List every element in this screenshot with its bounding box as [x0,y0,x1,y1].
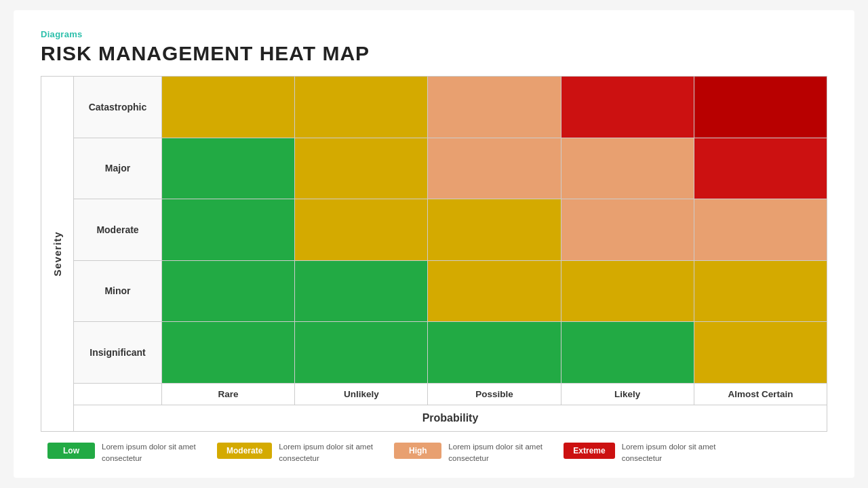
page-title: RISK MANAGEMENT HEAT MAP [41,42,827,65]
prob-label-possible: Possible [428,384,561,405]
legend-text-extreme: Lorem ipsum dolor sit amet consectetur [622,441,717,465]
probability-axis-label: Probability [74,405,827,431]
prob-label-almost-certain: Almost Certain [694,384,827,405]
cell-mod-possible [428,199,561,260]
cell-maj-rare [162,138,295,199]
cell-cat-likely [561,77,694,138]
cell-mod-likely [561,199,694,260]
prob-label-likely: Likely [561,384,694,405]
cell-maj-likely [561,138,694,199]
row-label-moderate: Moderate [74,199,162,260]
prob-label-row: Rare Unlikely Possible Likely Almost Cer… [74,383,827,405]
cell-cat-unlikely [295,77,428,138]
cell-maj-almost-certain [694,138,827,199]
prob-label-unlikely: Unlikely [295,384,428,405]
legend: Low Lorem ipsum dolor sit amet consectet… [41,441,827,465]
legend-text-low: Lorem ipsum dolor sit amet consectetur [102,441,197,465]
cell-cat-almost-certain [694,77,827,138]
row-label-major: Major [74,138,162,199]
legend-badge-low: Low [47,443,95,459]
row-cells-insignificant [162,322,827,383]
cell-ins-rare [162,322,295,383]
cell-mod-almost-certain [694,199,827,260]
cell-maj-possible [428,138,561,199]
prob-labels: Rare Unlikely Possible Likely Almost Cer… [162,384,827,405]
cell-mod-unlikely [295,199,428,260]
section-label: Diagrams [41,29,827,39]
table-row: Major [74,138,827,200]
cell-min-unlikely [295,261,428,322]
cell-cat-rare [162,77,295,138]
grid-area: Catastrophic Major [74,77,827,383]
cell-min-almost-certain [694,261,827,322]
cell-maj-unlikely [295,138,428,199]
legend-badge-high: High [394,443,441,459]
prob-label-spacer [74,384,162,405]
slide: Diagrams RISK MANAGEMENT HEAT MAP Severi… [14,10,854,478]
cell-min-rare [162,261,295,322]
prob-label-rare: Rare [162,384,295,405]
cell-ins-unlikely [295,322,428,383]
severity-label-col: Severity [41,77,74,431]
legend-text-moderate: Lorem ipsum dolor sit amet consectetur [279,441,374,465]
legend-badge-moderate: Moderate [217,443,272,459]
row-label-catastrophic: Catastrophic [74,77,162,138]
legend-item-high: High Lorem ipsum dolor sit amet consecte… [394,441,543,465]
cell-ins-likely [561,322,694,383]
legend-item-extreme: Extreme Lorem ipsum dolor sit amet conse… [564,441,716,465]
risk-matrix: Severity Catastrophic [41,76,827,432]
severity-label: Severity [52,231,63,276]
row-cells-major [162,138,827,199]
cell-min-possible [428,261,561,322]
cell-ins-possible [428,322,561,383]
row-label-minor: Minor [74,261,162,322]
cell-cat-possible [428,77,561,138]
cell-min-likely [561,261,694,322]
row-cells-moderate [162,199,827,260]
legend-text-high: Lorem ipsum dolor sit amet consectetur [448,441,543,465]
table-row: Catastrophic [74,77,827,138]
row-label-insignificant: Insignificant [74,322,162,383]
table-row: Minor [74,261,827,323]
table-row: Insignificant [74,322,827,383]
cell-ins-almost-certain [694,322,827,383]
row-cells-catastrophic [162,77,827,138]
table-row: Moderate [74,199,827,261]
cell-mod-rare [162,199,295,260]
matrix-right: Catastrophic Major [74,77,827,431]
legend-item-low: Low Lorem ipsum dolor sit amet consectet… [47,441,197,465]
legend-badge-extreme: Extreme [564,443,614,459]
row-cells-minor [162,261,827,322]
legend-item-moderate: Moderate Lorem ipsum dolor sit amet cons… [217,441,374,465]
